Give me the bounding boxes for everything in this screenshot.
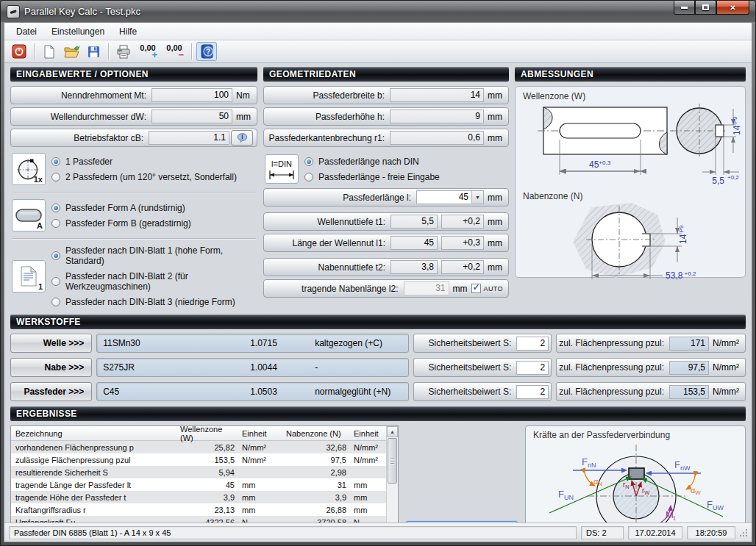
nenndrehmoment-input[interactable]: 100 xyxy=(151,88,232,102)
radio-laenge-din[interactable]: Passfederlänge nach DIN xyxy=(304,157,507,167)
svg-text:+0,2: +0,2 xyxy=(727,174,739,181)
cell: 3,9 xyxy=(170,493,239,502)
material-number: 1.0044 xyxy=(250,362,315,373)
field-unit: mm xyxy=(232,112,254,122)
minimize-button[interactable] xyxy=(674,1,695,15)
table-scrollbar[interactable]: ▲ ▼ xyxy=(386,426,398,522)
cell: 31 xyxy=(280,481,351,489)
menu-hilfe[interactable]: Hilfe xyxy=(112,24,144,39)
wellendurchmesser-input[interactable]: 50 xyxy=(151,109,232,123)
betriebsfaktor-input[interactable]: 1.1 xyxy=(149,131,229,145)
welle-pressung-value: 171 xyxy=(669,337,709,351)
radio-label: 1 Passfeder xyxy=(65,157,113,167)
open-file-button[interactable] xyxy=(61,42,82,61)
radio-din-blatt-1[interactable]: Passfeder nach DIN-Blatt 1 (hohe Form, S… xyxy=(51,245,256,266)
toolbar-separator xyxy=(34,43,35,60)
nabe-button[interactable]: Nabe >>> xyxy=(10,358,92,377)
nabe-sicherheit-input[interactable]: 2 xyxy=(516,361,549,375)
wellennut-laenge-toleranz[interactable]: +0,3 xyxy=(441,236,484,250)
svg-text:αW: αW xyxy=(691,486,701,496)
passfeder-sicherheit-input[interactable]: 2 xyxy=(516,385,549,399)
cell: mm xyxy=(239,481,280,489)
help-book-icon: ? xyxy=(200,44,214,59)
field-label: Nenndrehmoment Mt: xyxy=(13,90,151,101)
passfeder-button[interactable]: Passfeder >>> xyxy=(10,382,92,401)
material-treatment: normalgeglüht (+N) xyxy=(315,387,402,397)
scroll-up-icon[interactable]: ▲ xyxy=(387,426,398,437)
cell: mm xyxy=(351,481,385,489)
col-header: Nabenzone (N) xyxy=(280,429,351,438)
radio-laenge-frei[interactable]: Passfederlänge - freie Eingabe xyxy=(304,172,507,182)
col-header: Einheit xyxy=(351,429,385,438)
field-label: Wellendurchmesser dW: xyxy=(13,112,151,122)
maximize-button[interactable] xyxy=(695,1,716,15)
material-name: C45 xyxy=(103,387,250,397)
exit-button[interactable] xyxy=(9,42,29,61)
material-number: 1.0503 xyxy=(250,387,315,397)
pressung-unit: N/mm² xyxy=(709,362,743,373)
cell: N/mm² xyxy=(351,443,385,452)
status-ds: DS: 2 xyxy=(581,526,624,539)
field-label: Wellennuttiefe t1: xyxy=(266,217,391,227)
decimals-increase-button[interactable]: 0,00 + xyxy=(135,42,160,61)
passfederbreite-input[interactable]: 14 xyxy=(390,88,484,102)
middle-column: Berechnung xyxy=(406,425,518,522)
field-nabenlaenge: tragende Nabenlänge l2: 31 mm AUTO xyxy=(263,279,509,298)
field-nenndrehmoment: Nenndrehmoment Mt: 100 Nm xyxy=(10,86,257,104)
nabennuttiefe-toleranz[interactable]: +0,2 xyxy=(441,260,484,274)
table-row: zulässige Flächenpressung pzul153,5N/mm²… xyxy=(11,453,386,466)
field-nabennuttiefe: Nabennuttiefe t2: 3,8 +0,2 mm xyxy=(263,258,509,276)
abmessungen-header: ABMESSUNGEN xyxy=(515,67,746,82)
wellenzone-label: Wellenzone (W) xyxy=(523,91,742,101)
wellennuttiefe-input[interactable]: 5,5 xyxy=(391,215,438,229)
welle-pressung-group: zul. Flächenpressung pzul: 171 N/mm² xyxy=(556,334,746,353)
radio-form-b[interactable]: Passfeder Form B (geradstirnig) xyxy=(51,218,256,229)
force-diagram-title: Kräfte an der Passfederverbindung xyxy=(533,430,741,440)
scroll-thumb[interactable] xyxy=(388,438,397,484)
field-unit: mm xyxy=(484,262,506,273)
laenge-din-iconbox: l=DIN xyxy=(265,154,299,184)
resize-grip[interactable] xyxy=(740,528,747,537)
sicherheit-label: Sicherheitsbeiwert S: xyxy=(416,362,516,373)
close-button[interactable]: ✕ xyxy=(716,1,749,15)
radio-label: Passfederlänge - freie Eingabe xyxy=(318,172,440,182)
kantenbrechung-input[interactable]: 0,6 xyxy=(390,131,484,145)
wellennut-laenge-input[interactable]: 45 xyxy=(391,236,438,250)
menu-datei[interactable]: Datei xyxy=(9,24,44,39)
wellennuttiefe-toleranz[interactable]: +0,2 xyxy=(441,215,484,229)
din-blatt-iconbox: 1 xyxy=(12,260,46,292)
cell: 23,13 xyxy=(170,506,239,514)
welle-button[interactable]: Welle >>> xyxy=(10,334,92,353)
window-controls: ✕ xyxy=(674,1,749,15)
material-number: 1.0715 xyxy=(250,338,315,348)
print-button[interactable] xyxy=(113,42,134,61)
cell: tragende Höhe der Passfeder t xyxy=(11,493,170,502)
decimals-decrease-button[interactable]: 0,00 − xyxy=(162,42,187,61)
force-diagram-panel: Kräfte an der Passfederverbindung xyxy=(525,425,746,522)
chevron-down-icon[interactable]: ▼ xyxy=(471,191,483,204)
save-button[interactable] xyxy=(83,42,104,61)
radio-1-passfeder[interactable]: 1 Passfeder xyxy=(51,157,256,167)
passfederhoehe-input[interactable]: 9 xyxy=(390,109,484,123)
help-button[interactable]: ? xyxy=(196,42,217,61)
nabennuttiefe-input[interactable]: 3,8 xyxy=(391,260,438,274)
table-row: tragende Länge der Passfeder lt45mm31mm xyxy=(11,478,386,491)
table-row: Umfangskraft Fu4322,56N3720,58N xyxy=(11,516,386,522)
scroll-track[interactable] xyxy=(387,484,398,522)
info-button[interactable]: i xyxy=(231,130,253,146)
passfeder-pressung-value: 153,5 xyxy=(669,385,709,399)
passfederlaenge-combobox[interactable]: 45 ▼ xyxy=(416,190,484,204)
new-file-button[interactable] xyxy=(39,42,60,61)
radio-form-a[interactable]: Passfeder Form A (rundstirnig) xyxy=(51,203,256,213)
svg-text:53,8 +0,2: 53,8 +0,2 xyxy=(666,270,696,281)
radio-din-blatt-3[interactable]: Passfeder nach DIN-Blatt 3 (niedrige For… xyxy=(51,297,256,307)
radio-2-passfedern[interactable]: 2 Passfedern (um 120° versetzt, Sonderfa… xyxy=(51,172,256,182)
welle-sicherheit-input[interactable]: 2 xyxy=(516,337,549,351)
col-header: Bezeichnung xyxy=(11,429,170,438)
field-unit: Nm xyxy=(232,90,254,101)
radio-din-blatt-2[interactable]: Passfeder nach DIN-Blatt 2 (für Werkzeug… xyxy=(51,271,256,292)
auto-checkbox[interactable] xyxy=(471,284,481,293)
combo-value: 45 xyxy=(417,191,471,204)
menu-einstellungen[interactable]: Einstellungen xyxy=(44,24,112,39)
radio-icon xyxy=(51,157,60,166)
